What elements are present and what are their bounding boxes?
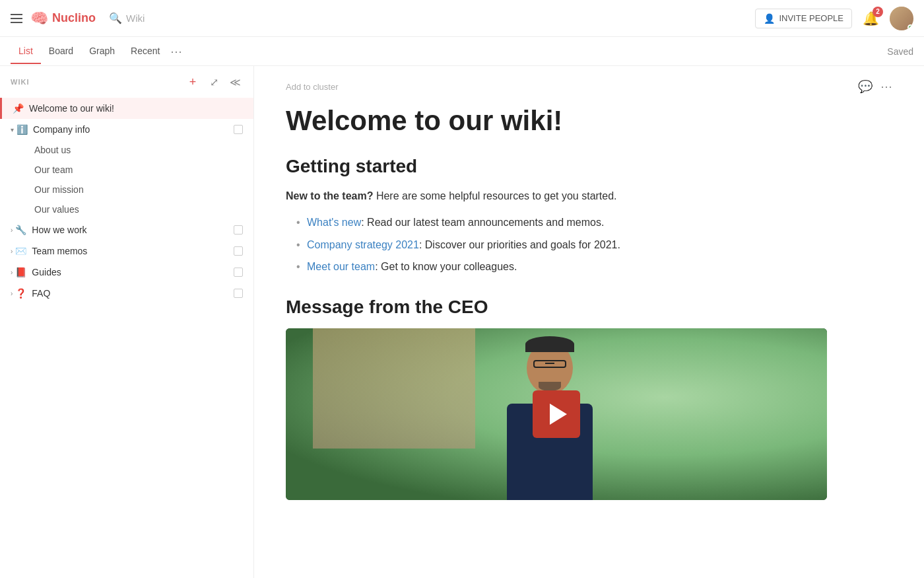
sidebar: WIKI + ⤢ ≪ 📌 Welcome to our wiki! ▾ ℹ️ C… — [0, 66, 254, 578]
person-head — [527, 342, 573, 394]
add-to-cluster-text[interactable]: Add to cluster — [286, 82, 339, 92]
collapse-button[interactable]: ≪ — [227, 74, 243, 90]
list-item: What's new: Read our latest team announc… — [296, 214, 892, 231]
saved-status: Saved — [887, 46, 913, 57]
add-to-cluster-bar: Add to cluster 💬 ⋯ — [286, 79, 892, 94]
sidebar-item-how-label: How we work — [32, 225, 234, 235]
notification-badge: 2 — [873, 7, 883, 17]
info-icon: ℹ️ — [16, 124, 28, 135]
notification-button[interactable]: 🔔 2 — [863, 11, 879, 26]
sidebar-item-faq-label: FAQ — [32, 288, 234, 299]
sidebar-item-our-values[interactable]: Our values — [0, 199, 253, 219]
play-button[interactable] — [533, 390, 580, 438]
invite-label: INVITE PEOPLE — [779, 13, 843, 23]
sidebar-item-label: Welcome to our wiki! — [29, 103, 243, 114]
logo-text: Nuclino — [52, 11, 96, 25]
search-area[interactable]: 🔍 Wiki — [109, 12, 755, 24]
sidebar-header: WIKI + ⤢ ≪ — [0, 66, 253, 98]
list-item: Company strategy 2021: Discover our prio… — [296, 236, 892, 254]
tools-icon: 🔧 — [15, 225, 26, 235]
intro-strong: New to the team? — [286, 190, 373, 201]
tab-more-button[interactable]: ⋯ — [170, 44, 182, 59]
page-title: Welcome to our wiki! — [286, 104, 892, 137]
expand-button[interactable]: ⤢ — [206, 74, 222, 90]
item-checkbox[interactable] — [234, 289, 243, 298]
content-area: Add to cluster 💬 ⋯ Welcome to our wiki! … — [254, 66, 924, 578]
chevron-right-icon: › — [11, 227, 13, 234]
company-strategy-link[interactable]: Company strategy 2021 — [307, 239, 419, 250]
sidebar-item-how-we-work[interactable]: › 🔧 How we work — [0, 219, 253, 240]
sidebar-item-team-memos[interactable]: › ✉️ Team memos — [0, 240, 253, 262]
sidebar-item-welcome[interactable]: 📌 Welcome to our wiki! — [0, 98, 253, 119]
chevron-right-icon: › — [11, 290, 13, 297]
person-hair — [525, 336, 574, 352]
item-checkbox[interactable] — [234, 125, 243, 134]
glasses-bridge — [545, 363, 554, 364]
chevron-right-icon: › — [11, 269, 13, 276]
tab-list[interactable]: List — [11, 39, 41, 64]
building-background — [313, 328, 475, 449]
nav-right: 👤 INVITE PEOPLE 🔔 2 — [755, 7, 913, 30]
invite-icon: 👤 — [764, 13, 775, 24]
list-item: Meet our team: Get to know your colleagu… — [296, 258, 892, 275]
more-options-button[interactable]: ⋯ — [880, 79, 892, 94]
sidebar-actions: + ⤢ ≪ — [185, 74, 243, 90]
chevron-down-icon: ▾ — [11, 126, 14, 133]
item-checkbox[interactable] — [234, 268, 243, 277]
search-placeholder: Wiki — [126, 13, 145, 24]
add-item-button[interactable]: + — [185, 74, 201, 90]
play-triangle-icon — [550, 404, 567, 425]
main-area: WIKI + ⤢ ≪ 📌 Welcome to our wiki! ▾ ℹ️ C… — [0, 66, 924, 578]
comment-button[interactable]: 💬 — [858, 79, 873, 94]
pin-icon: 📌 — [13, 103, 24, 114]
question-icon: ❓ — [15, 288, 26, 299]
intro-rest: Here are some helpful resources to get y… — [373, 190, 616, 201]
logo[interactable]: 🧠 Nuclino — [30, 10, 96, 27]
online-status-dot — [908, 24, 913, 30]
chevron-right-icon: › — [11, 248, 13, 255]
hamburger-menu[interactable] — [11, 14, 22, 23]
item-checkbox[interactable] — [234, 246, 243, 256]
list-item-text: : Read our latest team announcements and… — [361, 217, 604, 228]
list-item-text: : Get to know your colleagues. — [375, 261, 517, 272]
video-scene — [286, 328, 827, 500]
person-beard — [539, 382, 561, 391]
tab-board[interactable]: Board — [41, 39, 81, 64]
resource-list: What's new: Read our latest team announc… — [286, 214, 892, 275]
sidebar-item-guides[interactable]: › 📕 Guides — [0, 262, 253, 283]
content-actions: 💬 ⋯ — [858, 79, 892, 94]
sidebar-item-company-label: Company info — [33, 124, 234, 135]
whats-new-link[interactable]: What's new — [307, 217, 361, 228]
getting-started-heading: Getting started — [286, 156, 892, 177]
sidebar-item-company-info[interactable]: ▾ ℹ️ Company info — [0, 119, 253, 140]
sidebar-item-guides-label: Guides — [32, 267, 234, 277]
search-icon: 🔍 — [109, 12, 122, 24]
logo-icon: 🧠 — [30, 10, 48, 27]
ceo-video[interactable] — [286, 328, 827, 500]
tab-graph[interactable]: Graph — [81, 39, 123, 64]
person-glasses — [533, 360, 566, 368]
sidebar-item-faq[interactable]: › ❓ FAQ — [0, 283, 253, 304]
tab-bar: List Board Graph Recent ⋯ Saved — [0, 37, 924, 66]
wiki-label: WIKI — [11, 78, 185, 86]
tab-recent[interactable]: Recent — [123, 39, 168, 64]
sidebar-item-our-team[interactable]: Our team — [0, 160, 253, 180]
top-nav: 🧠 Nuclino 🔍 Wiki 👤 INVITE PEOPLE 🔔 2 — [0, 0, 924, 37]
intro-paragraph: New to the team? Here are some helpful r… — [286, 188, 892, 205]
sidebar-item-our-mission[interactable]: Our mission — [0, 180, 253, 199]
user-avatar[interactable] — [890, 7, 913, 30]
sidebar-item-memos-label: Team memos — [32, 246, 234, 256]
list-item-text: : Discover our priorities and goals for … — [419, 239, 620, 250]
meet-our-team-link[interactable]: Meet our team — [307, 261, 375, 272]
item-checkbox[interactable] — [234, 225, 243, 235]
ceo-heading: Message from the CEO — [286, 297, 892, 318]
invite-people-button[interactable]: 👤 INVITE PEOPLE — [755, 9, 852, 28]
sidebar-item-about-us[interactable]: About us — [0, 140, 253, 160]
book-icon: 📕 — [15, 267, 26, 277]
envelope-icon: ✉️ — [15, 246, 26, 256]
